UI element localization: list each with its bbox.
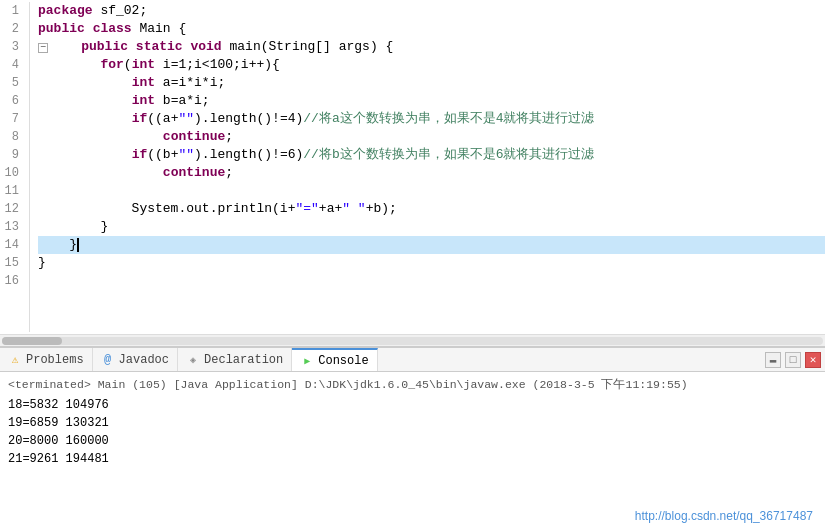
code-line-1: package sf_02; — [38, 2, 825, 20]
watermark: http://blog.csdn.net/qq_36717487 — [635, 507, 813, 525]
tab-declaration[interactable]: Declaration — [178, 348, 292, 371]
line-number-5: 5 — [0, 74, 23, 92]
tab-label-javadoc: Javadoc — [119, 353, 169, 367]
text-cursor — [77, 238, 79, 252]
maximize-button[interactable]: □ — [785, 352, 801, 368]
console-output-line: 21=9261 194481 — [8, 450, 817, 468]
code-container: 12345678910111213141516 package sf_02;pu… — [0, 0, 825, 334]
console-content: <terminated> Main (105) [Java Applicatio… — [0, 372, 825, 531]
code-line-16 — [38, 272, 825, 290]
tab-label-console: Console — [318, 354, 368, 368]
collapse-icon-3[interactable]: − — [38, 43, 48, 53]
code-line-2: public class Main { — [38, 20, 825, 38]
code-line-7: if((a+"").length()!=4)//将a这个数转换为串，如果不是4就… — [38, 110, 825, 128]
declaration-icon — [186, 353, 200, 367]
code-line-5: int a=i*i*i; — [38, 74, 825, 92]
minimize-button[interactable]: ▬ — [765, 352, 781, 368]
code-line-10: continue; — [38, 164, 825, 182]
problems-icon — [8, 353, 22, 367]
line-number-14: 14 — [0, 236, 23, 254]
code-line-14: } — [38, 236, 825, 254]
code-line-12: System.out.println(i+"="+a+" "+b); — [38, 200, 825, 218]
line-number-3: 3 — [0, 38, 23, 56]
tab-label-declaration: Declaration — [204, 353, 283, 367]
code-line-8: continue; — [38, 128, 825, 146]
console-output-line: 18=5832 104976 — [8, 396, 817, 414]
code-line-11 — [38, 182, 825, 200]
bottom-panel: ProblemsJavadocDeclarationConsole▬□✕ <te… — [0, 346, 825, 531]
console-output-line: 20=8000 160000 — [8, 432, 817, 450]
code-line-4: for(int i=1;i<100;i++){ — [38, 56, 825, 74]
scrollbar-track[interactable] — [2, 337, 823, 345]
line-numbers: 12345678910111213141516 — [0, 2, 30, 332]
tab-console[interactable]: Console — [292, 348, 377, 371]
line-number-7: 7 — [0, 110, 23, 128]
tab-bar: ProblemsJavadocDeclarationConsole▬□✕ — [0, 348, 825, 372]
tab-javadoc[interactable]: Javadoc — [93, 348, 178, 371]
line-number-12: 12 — [0, 200, 23, 218]
javadoc-icon — [101, 353, 115, 367]
line-number-15: 15 — [0, 254, 23, 272]
code-line-15: } — [38, 254, 825, 272]
scrollbar-thumb[interactable] — [2, 337, 62, 345]
code-line-13: } — [38, 218, 825, 236]
code-line-3: − public static void main(String[] args)… — [38, 38, 825, 56]
tab-controls: ▬□✕ — [765, 348, 825, 371]
code-line-9: if((b+"").length()!=6)//将b这个数转换为串，如果不是6就… — [38, 146, 825, 164]
editor-scrollbar[interactable] — [0, 334, 825, 346]
console-icon — [300, 354, 314, 368]
close-button[interactable]: ✕ — [805, 352, 821, 368]
line-number-16: 16 — [0, 272, 23, 290]
line-number-4: 4 — [0, 56, 23, 74]
code-line-6: int b=a*i; — [38, 92, 825, 110]
line-number-13: 13 — [0, 218, 23, 236]
console-header: <terminated> Main (105) [Java Applicatio… — [8, 376, 817, 394]
line-number-6: 6 — [0, 92, 23, 110]
console-output-line: 19=6859 130321 — [8, 414, 817, 432]
editor-area: 12345678910111213141516 package sf_02;pu… — [0, 0, 825, 346]
tab-label-problems: Problems — [26, 353, 84, 367]
line-number-11: 11 — [0, 182, 23, 200]
line-number-8: 8 — [0, 128, 23, 146]
line-number-10: 10 — [0, 164, 23, 182]
tab-problems[interactable]: Problems — [0, 348, 93, 371]
line-number-1: 1 — [0, 2, 23, 20]
code-lines[interactable]: package sf_02;public class Main {− publi… — [30, 2, 825, 332]
line-number-2: 2 — [0, 20, 23, 38]
line-number-9: 9 — [0, 146, 23, 164]
